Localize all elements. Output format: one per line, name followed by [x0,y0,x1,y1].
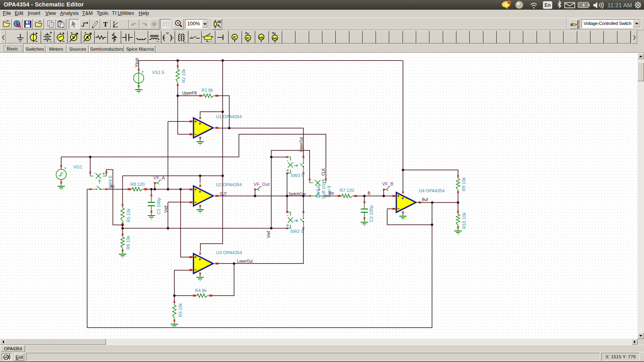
svg-text:UpperFB: UpperFB [182,91,197,95]
svg-text:11:21 AM: 11:21 AM [607,2,632,8]
svg-text:C2 100p: C2 100p [369,205,374,222]
svg-text:R7 120: R7 120 [340,188,354,193]
svg-text:T: T [103,21,108,28]
svg-text:R4 8k: R4 8k [195,288,207,293]
svg-text:1K: 1K [217,20,222,24]
svg-text:VF_A: VF_A [153,175,165,180]
svg-text:U1 OPA4354: U1 OPA4354 [216,114,242,119]
svg-text:R5 10k: R5 10k [126,208,131,222]
svg-text:CLK: CLK [321,168,326,176]
svg-text:LowerOut: LowerOut [237,259,253,263]
svg-text:OUT: OUT [220,192,227,196]
svg-text:VF_B: VF_B [382,181,394,186]
svg-text:R6 10k: R6 10k [126,235,130,249]
svg-text:HS: HS [272,37,277,40]
svg-text:SwitchCon: SwitchCon [289,192,306,196]
svg-text:Vref: Vref [164,206,168,213]
svg-text:Bin: Bin [329,191,334,195]
svg-text:UpperOut: UpperOut [299,137,303,152]
svg-text:IC: IC [233,35,237,39]
svg-text:HS: HS [259,36,264,39]
svg-text:SW3 0: SW3 0 [291,173,304,178]
svg-text:L1: L1 [163,37,165,39]
svg-text:R10 10k: R10 10k [462,212,466,229]
svg-text:SW2 0: SW2 0 [290,229,303,234]
svg-text:U2 OPA4354: U2 OPA4354 [216,182,242,187]
svg-text:Buf: Buf [422,197,428,202]
svg-text:VG1: VG1 [73,165,82,169]
svg-text:C1 100p: C1 100p [156,197,161,214]
svg-text:R9 10k: R9 10k [461,177,466,191]
svg-text:R2 10k: R2 10k [181,69,186,83]
svg-text:R8 120: R8 120 [130,182,144,187]
svg-text:R3 10k: R3 10k [178,303,183,317]
svg-text:R1 8k: R1 8k [202,88,213,93]
svg-text:IC: IC [246,36,250,40]
svg-text:VS1 5: VS1 5 [152,70,164,75]
svg-text:Vref: Vref [266,231,271,238]
svg-text:En: En [545,2,551,8]
svg-text:Roff 1G: Roff 1G [321,183,326,199]
svg-text:Ain: Ain [110,184,115,189]
svg-text:U4 OPA4354: U4 OPA4354 [419,188,445,193]
svg-text:SW1 0: SW1 0 [316,185,320,198]
svg-text:U3 OPA4354: U3 OPA4354 [216,250,242,255]
svg-text:L2: L2 [171,37,174,39]
svg-text:4: 4 [508,1,510,4]
svg-text:Vsup: Vsup [134,58,139,67]
svg-text:M: M [166,32,169,35]
svg-text:VF_Out: VF_Out [254,182,270,187]
svg-text:B: B [368,191,371,195]
